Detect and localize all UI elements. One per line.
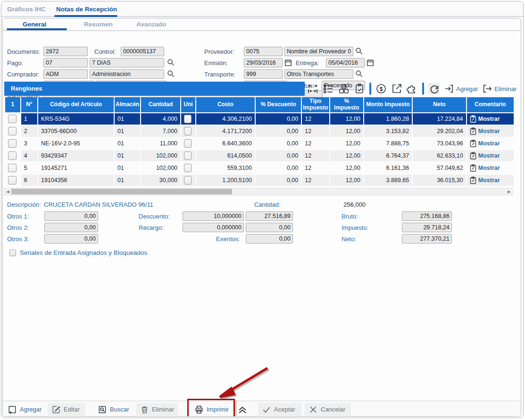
table-cell[interactable]: 6.764,37 [364,150,412,161]
table-cell[interactable]: 57.049,62 [413,162,466,174]
column-header-n-[interactable]: N° [21,97,37,112]
imprimir-button[interactable]: Imprimir [191,403,233,416]
uni-box[interactable] [184,115,192,123]
table-cell[interactable]: 0,00 [256,162,301,174]
table-row[interactable]: 51914527101102,000559,31000,001212,006.1… [5,162,514,174]
table-cell[interactable]: 4 [21,150,37,161]
transporte-name-input[interactable] [284,69,353,79]
table-cell[interactable]: 7,000 [141,126,180,137]
table-cell[interactable] [181,150,195,161]
table-cell[interactable]: 1 [21,113,37,125]
emision-date-input[interactable] [244,58,283,67]
descuento-pct-input[interactable] [183,211,244,221]
otros3-input[interactable] [44,234,98,244]
table-cell[interactable]: 2 [21,126,37,137]
row-checkbox[interactable] [8,176,17,185]
row-checkbox[interactable] [8,139,17,148]
renglones-agregar-button[interactable]: Agregar [444,84,478,94]
uni-box[interactable] [184,139,192,148]
scroll-right-arrow-icon[interactable]: ▶ [508,189,511,194]
otros1-input[interactable] [44,211,98,221]
entrega-calendar-icon[interactable] [366,59,375,67]
transporte-code-input[interactable] [244,69,283,79]
column-header--impuesto[interactable]: % Impuesto [330,97,363,112]
table-cell[interactable]: 4,000 [141,113,180,125]
scroll-left-arrow-icon[interactable]: ◀ [6,189,9,194]
table-cell[interactable]: 0,00 [256,113,301,125]
documento-input[interactable] [43,47,88,56]
tab-graficos-ihc[interactable]: Gráficos IHC [7,6,46,13]
table-cell[interactable]: 12 [302,138,329,149]
impuesto-input[interactable] [402,223,452,232]
table-cell[interactable]: 12,00 [330,126,363,137]
table-cell[interactable]: 6.640,3600 [196,138,255,149]
table-cell[interactable] [5,138,20,149]
editar-button[interactable]: Editar [48,403,85,416]
table-cell[interactable]: 12 [302,113,329,125]
table-cell[interactable]: 12,00 [330,162,363,174]
table-cell[interactable]: 0,00 [256,175,301,186]
entrega-date-input[interactable] [326,58,365,67]
subtab-avanzado[interactable]: Avanzado [136,21,166,28]
resize-columns-icon[interactable] [307,83,318,94]
mostrar-link[interactable]: Mostrar [470,127,511,135]
table-cell[interactable]: 33705-66D00 [38,126,114,137]
table-row[interactable]: 3NE-16V-2.0-950111,0006.640,36000,001212… [5,138,514,149]
refresh-icon[interactable] [428,83,440,94]
table-cell[interactable]: 12,00 [330,150,363,161]
renglones-eliminar-button[interactable]: Eliminar [482,84,517,94]
table-row[interactable]: 233705-66D00017,0004.171,72000,001212,00… [5,126,514,137]
cubes-icon[interactable] [338,83,350,94]
table-cell[interactable]: NE-16V-2.0-95 [38,138,114,149]
table-cell[interactable]: 12 [302,126,329,137]
otros2-input[interactable] [44,223,98,232]
table-row[interactable]: 49342934701102,000614,05000,001212,006.7… [5,150,514,161]
table-cell[interactable]: 12 [302,150,329,161]
table-cell[interactable] [181,175,195,186]
mostrar-link[interactable]: Mostrar [470,164,511,172]
table-cell[interactable]: Mostrar [467,113,514,125]
table-cell[interactable]: 30,000 [141,175,180,186]
eliminar-button[interactable]: Eliminar [136,403,178,416]
column-header--descuento[interactable]: % Descuento [256,97,301,112]
row-checkbox[interactable] [8,151,17,160]
table-cell[interactable]: 73.043,96 [413,138,466,149]
table-cell[interactable] [5,162,20,174]
comprador-code-input[interactable] [43,69,88,79]
mostrar-link[interactable]: Mostrar [470,152,511,160]
exentos-input[interactable] [246,234,293,244]
table-cell[interactable]: 559,3100 [196,162,255,174]
scrollbar-thumb[interactable] [11,189,232,194]
column-header-1[interactable]: 1 [5,97,20,112]
pago-name-input[interactable] [90,58,164,67]
buscar-button[interactable]: Buscar [94,403,133,416]
subtab-resumen[interactable]: Resumen [84,21,113,28]
table-cell[interactable]: Mostrar [467,150,514,161]
table-cell[interactable]: 102,000 [141,162,180,174]
row-checkbox[interactable] [8,164,17,172]
column-header-monto-impuesto[interactable]: Monto Impuesto [364,97,412,112]
column-header-costo[interactable]: Costo [196,97,255,112]
dollar-circle-icon[interactable]: $ [375,83,387,94]
table-cell[interactable]: 01 [115,138,140,149]
table-cell[interactable]: 6 [21,175,37,186]
table-cell[interactable]: 102,000 [141,150,180,161]
export-icon[interactable] [391,83,402,94]
table-row[interactable]: 6191043560130,0001.200,51000,001212,003.… [5,175,514,186]
recargo-monto-input[interactable] [246,223,293,232]
agregar-button[interactable]: Agregar [4,403,45,416]
comprador-search-icon[interactable] [167,69,175,78]
uni-box[interactable] [184,151,192,160]
table-cell[interactable]: 3.889,65 [364,175,412,186]
table-cell[interactable]: 17.224,84 [413,113,466,125]
table-cell[interactable] [5,126,20,137]
table-cell[interactable]: 7.888,75 [364,138,412,149]
table-cell[interactable]: 12 [302,162,329,174]
table-cell[interactable]: 4.171,7200 [196,126,255,137]
neto-total-input[interactable] [402,234,452,244]
table-cell[interactable] [5,113,20,125]
seriales-checkbox[interactable] [9,250,16,256]
control-input[interactable] [121,47,164,56]
table-cell[interactable]: 01 [115,126,140,137]
column-header-neto[interactable]: Neto [413,97,466,112]
